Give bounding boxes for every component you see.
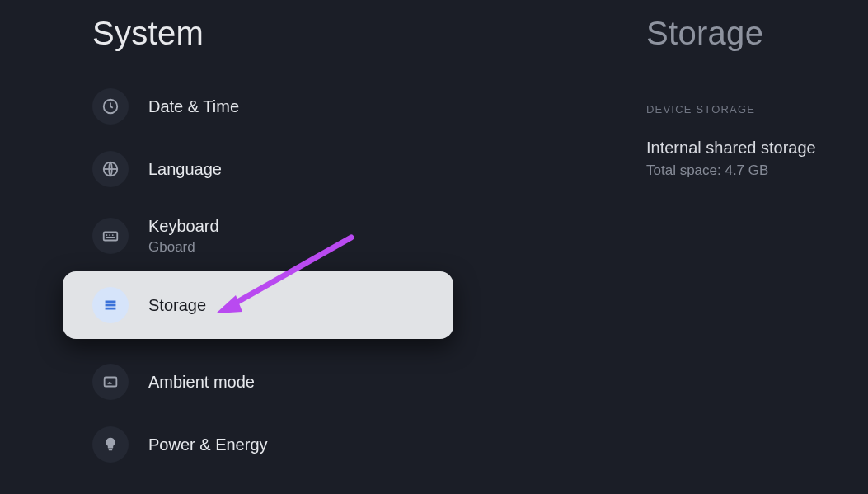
clock-icon (92, 88, 129, 125)
bulb-icon (92, 426, 129, 463)
page-title-storage: Storage (646, 15, 868, 52)
storage-subtext: Total space: 4.7 GB (646, 162, 868, 179)
ambient-icon (92, 364, 129, 400)
svg-rect-5 (106, 308, 116, 310)
svg-rect-6 (105, 378, 117, 387)
menu-item-keyboard[interactable]: Keyboard Gboard (0, 200, 552, 271)
svg-rect-4 (106, 304, 116, 307)
system-settings-panel: System Date & Time (0, 0, 552, 494)
keyboard-icon (92, 218, 129, 254)
menu-item-language[interactable]: Language (0, 138, 552, 200)
svg-rect-2 (104, 232, 118, 240)
menu-label: Language (148, 160, 222, 179)
panel-divider (551, 78, 551, 494)
svg-rect-7 (109, 449, 113, 451)
menu-item-ambient-mode[interactable]: Ambient mode (0, 351, 552, 413)
page-title-system: System (92, 15, 552, 52)
globe-icon (92, 151, 129, 187)
storage-name: Internal shared storage (646, 139, 868, 158)
menu-item-storage[interactable]: Storage (63, 271, 453, 339)
system-menu-list: Date & Time Language (0, 75, 552, 476)
storage-detail-panel: Storage DEVICE STORAGE Internal shared s… (552, 0, 868, 494)
svg-rect-3 (106, 301, 116, 303)
menu-label: Power & Energy (148, 435, 268, 454)
menu-label: Storage (148, 296, 206, 315)
menu-item-date-time[interactable]: Date & Time (0, 75, 552, 138)
menu-label: Ambient mode (148, 373, 255, 392)
menu-sublabel: Gboard (148, 239, 219, 256)
menu-label: Keyboard (148, 217, 219, 236)
section-header-device-storage: DEVICE STORAGE (646, 103, 868, 115)
menu-label: Date & Time (148, 97, 239, 116)
storage-entry-internal[interactable]: Internal shared storage Total space: 4.7… (646, 139, 868, 179)
menu-item-power-energy[interactable]: Power & Energy (0, 413, 552, 476)
storage-icon (92, 287, 129, 323)
